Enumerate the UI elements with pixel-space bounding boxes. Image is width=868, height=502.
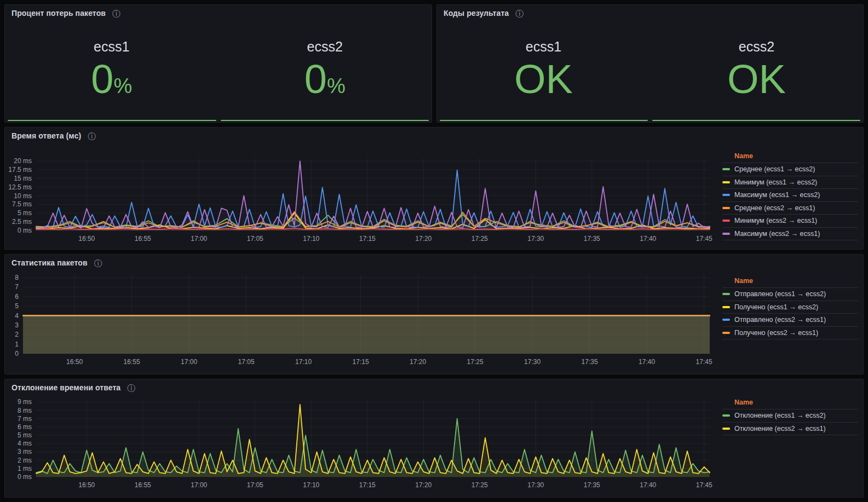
legend-item[interactable]: Отправлено (ecss1 → ecss2) xyxy=(722,288,858,301)
info-icon[interactable]: ⓘ xyxy=(515,9,524,18)
x-axis-tick: 16:50 xyxy=(78,235,95,243)
y-axis-tick: 7 xyxy=(15,283,19,291)
legend-label: Отправлено (ecss2 → ecss1) xyxy=(734,316,826,324)
legend-item[interactable]: Минимум (ecss1 → ecss2) xyxy=(722,176,858,189)
legend-label: Среднее (ecss1 → ecss2) xyxy=(734,165,815,173)
x-axis-tick: 17:30 xyxy=(527,481,544,489)
panel-header: Коды результата ⓘ xyxy=(444,9,524,18)
x-axis-tick: 17:05 xyxy=(247,235,263,243)
legend-swatch-icon xyxy=(722,319,730,321)
x-axis-tick: 17:45 xyxy=(696,358,712,366)
stat-ecss2: ecss2 0% xyxy=(219,21,432,117)
x-axis-tick: 16:55 xyxy=(124,358,140,366)
x-axis-tick: 16:50 xyxy=(66,358,83,366)
response-time-chart[interactable]: 16:5016:5517:0017:0517:1017:1517:2017:25… xyxy=(5,128,722,250)
legend-swatch-icon xyxy=(722,168,730,170)
y-axis-tick: 8 xyxy=(15,274,19,281)
legend-label: Минимум (ecss2 → ecss1) xyxy=(734,217,817,224)
y-axis-tick: 2 xyxy=(15,331,19,338)
deviation-chart[interactable]: 16:5016:5517:0017:0517:1017:1517:2017:25… xyxy=(5,379,722,498)
legend-item[interactable]: Отклонение (ecss2 → ecss1) xyxy=(722,423,858,436)
y-axis-tick: 1 ms xyxy=(18,465,32,472)
legend-item[interactable]: Минимум (ecss2 → ecss1) xyxy=(722,215,858,228)
legend-swatch-icon xyxy=(722,181,730,183)
stat-row: ecss1 0% ecss2 0% xyxy=(5,21,432,117)
legend-item[interactable]: Максимум (ecss1 → ecss2) xyxy=(722,189,858,202)
x-axis-tick: 17:15 xyxy=(353,358,369,366)
y-axis-tick: 5 ms xyxy=(18,431,32,439)
legend-label: Среднее (ecss2 → ecss1) xyxy=(734,204,815,212)
legend-label: Отклонение (ecss2 → ecss1) xyxy=(734,425,826,432)
legend-label: Отправлено (ecss1 → ecss2) xyxy=(734,290,826,298)
y-axis-tick: 5 xyxy=(15,302,19,310)
x-axis-tick: 17:05 xyxy=(238,358,255,366)
info-icon[interactable]: ⓘ xyxy=(127,384,135,392)
legend-item[interactable]: Среднее (ecss2 → ecss1) xyxy=(722,202,858,215)
stat-sparkline xyxy=(8,120,216,121)
stat-unit: % xyxy=(113,74,132,97)
legend-swatch-icon xyxy=(722,293,730,295)
y-axis-tick: 20 ms xyxy=(14,157,32,165)
panel-header: Статистика пакетов ⓘ xyxy=(12,258,102,267)
stat-ecss2: ecss2 OK xyxy=(650,21,863,117)
x-axis-tick: 16:55 xyxy=(135,481,151,489)
legend-item[interactable]: Отклонение (ecss1 → ecss2) xyxy=(722,409,858,423)
legend-swatch-icon xyxy=(722,332,730,334)
x-axis-tick: 17:35 xyxy=(584,235,600,243)
stat-sparkline xyxy=(440,120,648,121)
y-axis-tick: 6 xyxy=(15,293,19,301)
x-axis-tick: 17:40 xyxy=(640,235,656,243)
legend-header[interactable]: Name xyxy=(722,397,858,409)
info-icon[interactable]: ⓘ xyxy=(94,259,102,267)
legend-item[interactable]: Отправлено (ecss2 → ecss1) xyxy=(722,314,858,327)
x-axis-tick: 16:55 xyxy=(135,235,151,243)
panel-header: Отклонение времени ответа ⓘ xyxy=(12,383,135,392)
x-axis-tick: 17:30 xyxy=(527,235,544,243)
legend-item[interactable]: Среднее (ecss1 → ecss2) xyxy=(722,163,858,176)
y-axis-tick: 3 ms xyxy=(18,448,32,455)
panel-title: Отклонение времени ответа xyxy=(12,383,120,392)
x-axis-tick: 17:30 xyxy=(524,358,541,366)
legend-item[interactable]: Получено (ecss1 → ecss2) xyxy=(722,301,858,314)
legend-swatch-icon xyxy=(722,428,730,430)
y-axis-tick: 10 ms xyxy=(14,192,32,200)
legend-swatch-icon xyxy=(722,233,730,235)
stat-name: ecss1 xyxy=(526,39,561,55)
legend-item[interactable]: Получено (ecss2 → ecss1) xyxy=(722,327,858,340)
legend-swatch-icon xyxy=(722,220,730,222)
legend-swatch-icon xyxy=(722,194,730,196)
stat-ecss1: ecss1 OK xyxy=(437,21,650,117)
stat-name: ecss2 xyxy=(739,39,774,55)
y-axis-tick: 3 xyxy=(15,321,19,329)
packet-stats-chart[interactable]: 16:5016:5517:0017:0517:1017:1517:2017:25… xyxy=(5,255,722,375)
legend-swatch-icon xyxy=(722,414,730,417)
y-axis-tick: 9 ms xyxy=(18,398,32,406)
info-icon[interactable]: ⓘ xyxy=(88,132,96,140)
legend-item[interactable]: Максимум (ecss2 → ecss1) xyxy=(722,228,858,241)
x-axis-tick: 17:45 xyxy=(696,235,712,243)
panel-title: Время ответа (мс) xyxy=(12,131,81,140)
panel-packet-loss: Процент потерь пакетов ⓘ ecss1 0% ecss2 … xyxy=(4,4,432,123)
info-icon[interactable]: ⓘ xyxy=(112,9,120,18)
y-axis-tick: 5 ms xyxy=(18,209,32,217)
x-axis-tick: 17:35 xyxy=(582,358,598,366)
stat-name: ecss1 xyxy=(94,39,129,55)
stat-sparkline xyxy=(652,120,860,121)
response-legend: NameСреднее (ecss1 → ecss2)Минимум (ecss… xyxy=(722,151,858,240)
panel-result-codes: Коды результата ⓘ ecss1 OK ecss2 OK xyxy=(436,4,864,123)
stat-ecss1: ecss1 0% xyxy=(5,21,219,117)
x-axis-tick: 17:10 xyxy=(303,481,319,489)
grafana-dashboard: Процент потерь пакетов ⓘ ecss1 0% ecss2 … xyxy=(0,0,868,502)
legend-label: Максимум (ecss1 → ecss2) xyxy=(734,191,820,199)
legend-label: Максимум (ecss2 → ecss1) xyxy=(734,230,820,238)
stat-name: ecss2 xyxy=(307,39,343,55)
x-axis-tick: 17:05 xyxy=(247,481,263,489)
panel-response-time: Время ответа (мс) ⓘ 16:5016:5517:0017:05… xyxy=(4,127,864,250)
legend-header[interactable]: Name xyxy=(722,151,858,163)
y-axis-tick: 2.5 ms xyxy=(12,218,32,226)
legend-header[interactable]: Name xyxy=(722,275,858,288)
y-axis-tick: 8 ms xyxy=(18,407,32,414)
y-axis-tick: 7 ms xyxy=(18,415,32,423)
y-axis-tick: 15 ms xyxy=(14,175,32,182)
stat-value: 0% xyxy=(91,60,132,99)
